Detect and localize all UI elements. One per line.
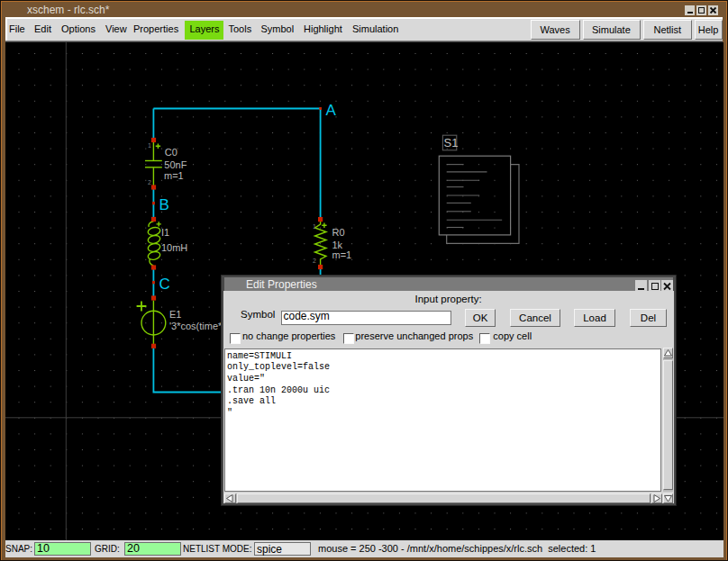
svg-text:1k: 1k (332, 240, 343, 250)
svg-text:R0: R0 (332, 227, 345, 238)
svg-text:m=1: m=1 (332, 249, 352, 260)
svg-text:B: B (159, 196, 169, 213)
svg-text:S1: S1 (444, 136, 459, 149)
svg-text:A: A (326, 102, 337, 119)
svg-text:2: 2 (148, 179, 151, 185)
svg-text:C: C (159, 276, 170, 293)
svg-text:1: 1 (313, 223, 316, 230)
svg-text:C0: C0 (165, 147, 177, 158)
svg-text:m=1: m=1 (164, 170, 184, 181)
svg-text:10mH: 10mH (161, 242, 187, 253)
svg-text:E1: E1 (169, 309, 181, 320)
svg-text:2: 2 (313, 258, 316, 264)
svg-text:50nF: 50nF (164, 159, 187, 170)
svg-text:I1: I1 (161, 227, 169, 238)
svg-text:1: 1 (148, 142, 151, 149)
svg-text:'3*cos(time*ti: '3*cos(time*ti (169, 321, 227, 331)
